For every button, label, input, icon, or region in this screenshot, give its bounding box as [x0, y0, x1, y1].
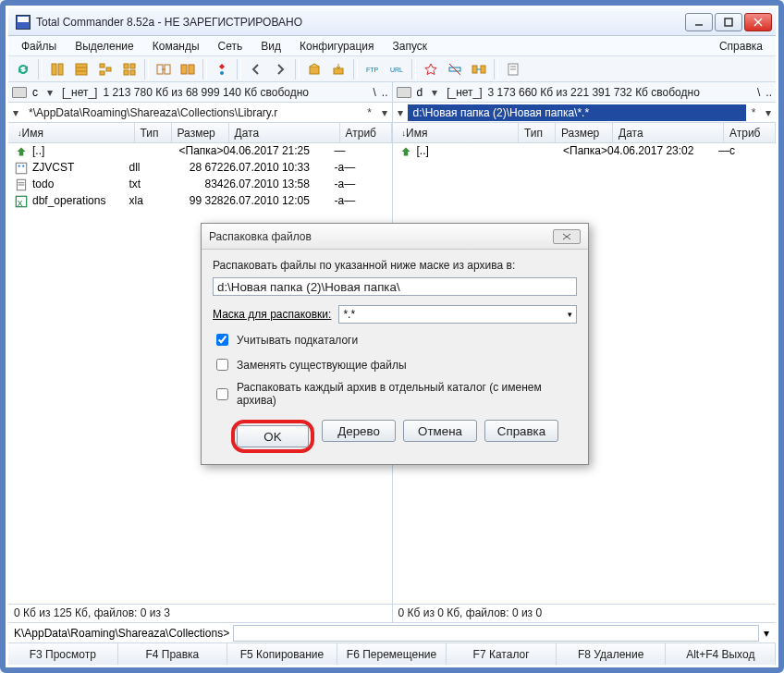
file-size: 834 [166, 177, 224, 192]
f8-delete-button[interactable]: F8 Удаление [557, 643, 667, 665]
notepad-icon[interactable] [502, 58, 524, 80]
unpack-icon[interactable] [327, 58, 349, 80]
col-name-left[interactable]: ↓Имя [8, 123, 135, 142]
svg-rect-4 [52, 64, 56, 75]
mask-combo[interactable]: *.*▾ [338, 305, 577, 324]
drive-left-updir[interactable]: .. [382, 86, 388, 99]
view-thumbs-icon[interactable] [118, 58, 141, 80]
file-row[interactable]: ZJVCSTdll28 67226.07.2010 10:33-a— [8, 160, 392, 177]
file-attr: — [335, 144, 386, 159]
menu-commands[interactable]: Команды [145, 38, 207, 55]
cancel-button[interactable]: Отмена [403, 420, 477, 442]
col-ext-right[interactable]: Тип [519, 123, 556, 142]
minimize-button[interactable] [685, 13, 713, 31]
chk-overwrite[interactable]: Заменять существующие файлы [213, 356, 577, 373]
file-date: 26.07.2010 10:33 [224, 161, 335, 176]
f5-copy-button[interactable]: F5 Копирование [227, 643, 337, 665]
command-line: K\AppData\Roaming\Shareaza\Collections> … [8, 622, 776, 642]
pack-icon[interactable] [303, 58, 325, 80]
url-icon[interactable]: URL [386, 58, 408, 80]
altf4-exit-button[interactable]: Alt+F4 Выход [666, 643, 776, 665]
view-brief-icon[interactable] [46, 58, 68, 80]
drive-c-icon[interactable] [12, 87, 27, 98]
sync-dirs-icon[interactable] [468, 58, 490, 80]
refresh-icon[interactable] [12, 58, 34, 80]
drive-right-root[interactable]: \ [757, 86, 760, 99]
file-row[interactable]: Xdbf_operationsxla99 32826.07.2010 12:05… [8, 193, 392, 210]
drive-right-updir[interactable]: .. [766, 86, 772, 99]
chk-separate-dirs[interactable]: Распаковать каждый архив в отдельный кат… [213, 381, 577, 407]
target-equals-source-icon[interactable] [177, 58, 199, 80]
toolbar: FTP URL [8, 56, 776, 82]
maximize-button[interactable] [715, 13, 742, 31]
path-left-dropdown[interactable]: ▾ [8, 106, 23, 119]
chk-separate-dirs-box[interactable] [216, 388, 228, 400]
file-row[interactable]: [..]<Папка>04.06.2017 21:25— [8, 143, 392, 160]
drive-dropdown-right[interactable]: ▾ [428, 86, 441, 99]
svg-line-26 [449, 64, 460, 75]
chk-subdirs-box[interactable] [216, 334, 228, 346]
unpack-path-input[interactable] [213, 277, 577, 296]
ok-button[interactable]: OK [237, 425, 309, 447]
up-icon [398, 144, 413, 159]
help-button[interactable]: Справка [484, 420, 558, 442]
col-date-right[interactable]: Дата [613, 123, 724, 142]
drive-dropdown-left[interactable]: ▾ [43, 86, 56, 99]
back-icon[interactable] [245, 58, 267, 80]
dialog-close-button[interactable] [553, 229, 581, 244]
unpack-dialog: Распаковка файлов Распаковать файлы по у… [201, 223, 589, 465]
status-left: 0 Кб из 125 Кб, файлов: 0 из 3 [8, 605, 392, 622]
multi-rename-icon[interactable] [444, 58, 466, 80]
svg-rect-6 [76, 64, 87, 75]
drive-left-root[interactable]: \ [373, 86, 375, 99]
close-button[interactable] [744, 13, 772, 31]
menubar: Файлы Выделение Команды Сеть Вид Конфигу… [8, 36, 776, 56]
col-ext-left[interactable]: Тип [135, 123, 172, 142]
path-left[interactable]: *\AppData\Roaming\Shareaza\Collections\L… [23, 104, 362, 121]
path-right-dropdown[interactable]: ▾ [393, 106, 408, 119]
path-left-favorites-icon[interactable]: * [362, 106, 377, 119]
menu-files[interactable]: Файлы [14, 38, 64, 55]
file-row[interactable]: todotxt83426.07.2010 13:58-a— [8, 177, 392, 193]
col-size-right[interactable]: Размер [556, 123, 613, 142]
f6-move-button[interactable]: F6 Перемещение [337, 643, 447, 665]
swap-panels-icon[interactable] [153, 58, 175, 80]
col-attr-left[interactable]: Атриб [340, 123, 392, 142]
tree-button[interactable]: Дерево [322, 420, 396, 442]
drive-c-letter[interactable]: c [32, 86, 38, 99]
drive-left-space: 1 213 780 Кб из 68 999 140 Кб свободно [103, 86, 309, 99]
path-right[interactable]: d:\Новая папка (2)\Новая папка\*.* [408, 104, 747, 121]
svg-rect-11 [100, 71, 104, 75]
view-full-icon[interactable] [70, 58, 92, 80]
view-tree-icon[interactable] [94, 58, 116, 80]
invert-selection-icon[interactable] [211, 58, 233, 80]
ftp-icon[interactable]: FTP [361, 58, 384, 80]
path-right-favorites-icon[interactable]: * [746, 106, 761, 119]
menu-help[interactable]: Справка [712, 38, 770, 55]
menu-view[interactable]: Вид [253, 38, 288, 55]
search-icon[interactable] [420, 58, 442, 80]
menu-start[interactable]: Запуск [386, 38, 435, 55]
f3-view-button[interactable]: F3 Просмотр [8, 643, 118, 665]
path-left-history[interactable]: ▾ [377, 106, 392, 119]
col-attr-right[interactable]: Атриб [724, 123, 776, 142]
cmdline-dropdown[interactable]: ▾ [759, 627, 774, 640]
menu-select[interactable]: Выделение [67, 38, 141, 55]
f7-mkdir-button[interactable]: F7 Каталог [447, 643, 557, 665]
cmdline-input[interactable] [233, 625, 759, 642]
chk-subdirs[interactable]: Учитывать подкаталоги [213, 331, 577, 349]
svg-point-33 [18, 165, 20, 167]
col-size-left[interactable]: Размер [172, 123, 229, 142]
menu-net[interactable]: Сеть [211, 38, 251, 55]
file-row[interactable]: [..]<Папка>04.06.2017 23:02—c [393, 143, 777, 160]
chk-overwrite-box[interactable] [216, 359, 228, 371]
drive-d-letter[interactable]: d [417, 86, 423, 99]
svg-rect-13 [130, 64, 135, 68]
path-right-history[interactable]: ▾ [761, 106, 776, 119]
drive-d-icon[interactable] [397, 87, 411, 98]
menu-config[interactable]: Конфигурация [292, 38, 382, 55]
forward-icon[interactable] [269, 58, 291, 80]
col-date-left[interactable]: Дата [229, 123, 340, 142]
f4-edit-button[interactable]: F4 Правка [118, 643, 228, 665]
col-name-right[interactable]: ↓Имя [393, 123, 520, 142]
